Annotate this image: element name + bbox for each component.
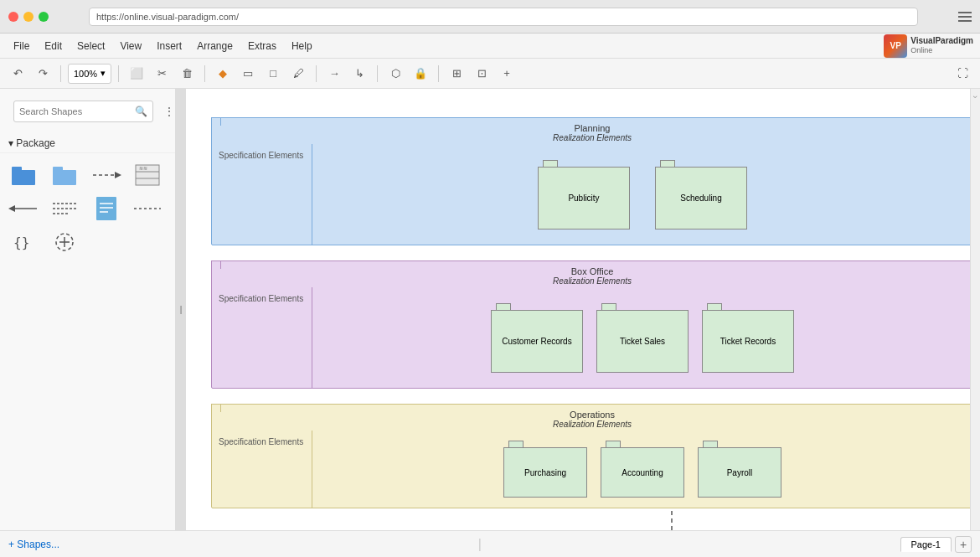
menu-extras[interactable]: Extras bbox=[241, 38, 283, 54]
pkg-box-office-subtitle: Realization Elements bbox=[215, 276, 969, 286]
purchasing-component[interactable]: Purchasing bbox=[503, 447, 587, 498]
main-layout: 🔍 ⋮ ▾ Package bbox=[0, 89, 980, 530]
shape-folder[interactable] bbox=[7, 160, 40, 190]
pkg-box-office-body: Specification Elements Customer Records bbox=[212, 287, 970, 388]
pkg-operations-wrapper: Operations Realization Elements Specific… bbox=[211, 404, 970, 508]
menubar: File Edit Select View Insert Arrange Ext… bbox=[0, 34, 980, 59]
format-button[interactable]: 🖊 bbox=[287, 63, 309, 85]
shape-class[interactable]: ≋≋ bbox=[131, 160, 164, 190]
shape-grid: ≋≋ bbox=[0, 153, 175, 264]
fill-button[interactable]: ◆ bbox=[212, 63, 234, 85]
ticket-records-tab bbox=[707, 303, 722, 310]
sidebar-options-icon[interactable]: ⋮ bbox=[163, 105, 175, 118]
accounting-tab bbox=[606, 441, 621, 447]
spec-label-planning: Specification Elements bbox=[219, 151, 303, 160]
line-color-button[interactable]: ▭ bbox=[237, 63, 259, 85]
pkg-planning-wrapper: Planning Realization Elements Specificat… bbox=[211, 117, 970, 245]
menu-button[interactable] bbox=[958, 12, 972, 22]
ticket-records-wrapper: Ticket Records bbox=[702, 303, 794, 373]
pkg-planning-name: Planning bbox=[215, 123, 969, 133]
canvas-area[interactable]: Planning Realization Elements Specificat… bbox=[186, 89, 970, 530]
shape-circle-plus[interactable] bbox=[48, 227, 81, 257]
reset-view-button[interactable]: ⊡ bbox=[471, 63, 493, 85]
maximize-button[interactable] bbox=[39, 12, 49, 22]
right-sidebar-toggle[interactable]: › bbox=[970, 89, 980, 530]
pkg-planning-title: Planning Realization Elements bbox=[212, 118, 970, 144]
fullscreen-button[interactable]: ⛶ bbox=[952, 63, 973, 85]
purchasing-wrapper: Purchasing bbox=[503, 441, 587, 498]
svg-rect-3 bbox=[53, 167, 63, 172]
add-shapes-button[interactable]: + Shapes... bbox=[8, 539, 59, 550]
pkg-operations-title: Operations Realization Elements bbox=[212, 405, 970, 431]
shape-button[interactable]: □ bbox=[262, 63, 284, 85]
svg-rect-0 bbox=[12, 170, 35, 185]
pkg-operations[interactable]: Operations Realization Elements Specific… bbox=[211, 404, 970, 508]
vp-logo-text2: Online bbox=[910, 46, 973, 55]
lock-button[interactable]: 🔒 bbox=[410, 63, 431, 85]
shape-document[interactable] bbox=[90, 193, 123, 224]
page-1-tab[interactable]: Page-1 bbox=[900, 537, 952, 552]
redo-button[interactable]: ↷ bbox=[32, 63, 54, 85]
shape-brace[interactable]: {} bbox=[7, 227, 40, 257]
sidebar-package-header[interactable]: ▾ Package bbox=[0, 134, 175, 153]
minimize-button[interactable] bbox=[23, 12, 34, 22]
payroll-tab bbox=[703, 441, 718, 447]
menu-file[interactable]: File bbox=[7, 38, 36, 54]
add-page-button[interactable]: + bbox=[955, 536, 972, 553]
ticket-sales-component[interactable]: Ticket Sales bbox=[596, 310, 689, 373]
search-box[interactable]: 🔍 bbox=[13, 101, 153, 122]
payroll-component[interactable]: Payroll bbox=[698, 447, 781, 498]
elbow-arrow-button[interactable]: ↳ bbox=[348, 63, 370, 85]
close-button[interactable] bbox=[8, 12, 18, 22]
pkg-operations-tab bbox=[211, 404, 221, 412]
shape-back-arrow[interactable] bbox=[7, 193, 40, 224]
cut-button[interactable]: ✂ bbox=[151, 63, 173, 85]
fit-page-button[interactable]: ⊞ bbox=[446, 63, 467, 85]
url-bar[interactable]: https://online.visual-paradigm.com/ bbox=[89, 8, 918, 26]
shape-folder-outline[interactable] bbox=[48, 160, 81, 190]
publicity-label: Publicity bbox=[568, 193, 599, 203]
pkg-box-office-name: Box Office bbox=[215, 266, 969, 276]
ticket-records-component[interactable]: Ticket Records bbox=[702, 310, 794, 373]
svg-text:{}: {} bbox=[13, 235, 29, 250]
scheduling-tab bbox=[660, 160, 675, 167]
menu-arrange[interactable]: Arrange bbox=[190, 38, 240, 54]
scheduling-component[interactable]: Scheduling bbox=[655, 167, 747, 230]
canvas-inner: Planning Realization Elements Specificat… bbox=[186, 89, 970, 525]
menu-view[interactable]: View bbox=[113, 38, 148, 54]
menu-help[interactable]: Help bbox=[285, 38, 319, 54]
shape-note[interactable] bbox=[48, 193, 81, 224]
add-button[interactable]: + bbox=[496, 63, 518, 85]
pkg-box-office[interactable]: Box Office Realization Elements Specific… bbox=[211, 260, 970, 389]
accounting-component[interactable]: Accounting bbox=[601, 447, 684, 498]
shape-dependency[interactable] bbox=[90, 160, 123, 190]
zoom-control[interactable]: 100% ▾ bbox=[68, 64, 111, 84]
vp-logo-text1: VisualParadigm bbox=[910, 36, 973, 46]
purchasing-tab bbox=[508, 441, 524, 447]
svg-text:≋≋: ≋≋ bbox=[139, 166, 147, 171]
menu-insert[interactable]: Insert bbox=[150, 38, 188, 54]
page-1-label: Page-1 bbox=[911, 539, 941, 549]
shape-dashed[interactable] bbox=[131, 193, 164, 224]
zoom-dropdown-icon[interactable]: ▾ bbox=[101, 68, 106, 79]
zoom-value: 100% bbox=[74, 69, 97, 79]
pkg-planning-subtitle: Realization Elements bbox=[215, 133, 969, 142]
customer-records-component[interactable]: Customer Records bbox=[491, 310, 583, 373]
arrow-right-button[interactable]: → bbox=[323, 63, 345, 85]
traffic-lights bbox=[8, 12, 49, 22]
menu-select[interactable]: Select bbox=[70, 38, 111, 54]
undo-button[interactable]: ↶ bbox=[7, 63, 28, 85]
waypoint-button[interactable]: ⬡ bbox=[384, 63, 406, 85]
publicity-component[interactable]: Publicity bbox=[538, 167, 630, 230]
scheduling-wrapper: Scheduling bbox=[655, 160, 747, 230]
copy-button[interactable]: ⬜ bbox=[126, 63, 147, 85]
package-label: ▾ Package bbox=[8, 137, 55, 149]
menu-edit[interactable]: Edit bbox=[38, 38, 69, 54]
toolbar-divider-5 bbox=[377, 65, 378, 82]
delete-button[interactable]: 🗑 bbox=[176, 63, 198, 85]
pkg-operations-spec: Specification Elements bbox=[212, 431, 312, 508]
pkg-planning[interactable]: Planning Realization Elements Specificat… bbox=[211, 117, 970, 245]
sidebar-toggle[interactable]: | bbox=[176, 89, 186, 530]
search-icon[interactable]: 🔍 bbox=[135, 106, 147, 117]
search-input[interactable] bbox=[19, 106, 135, 116]
